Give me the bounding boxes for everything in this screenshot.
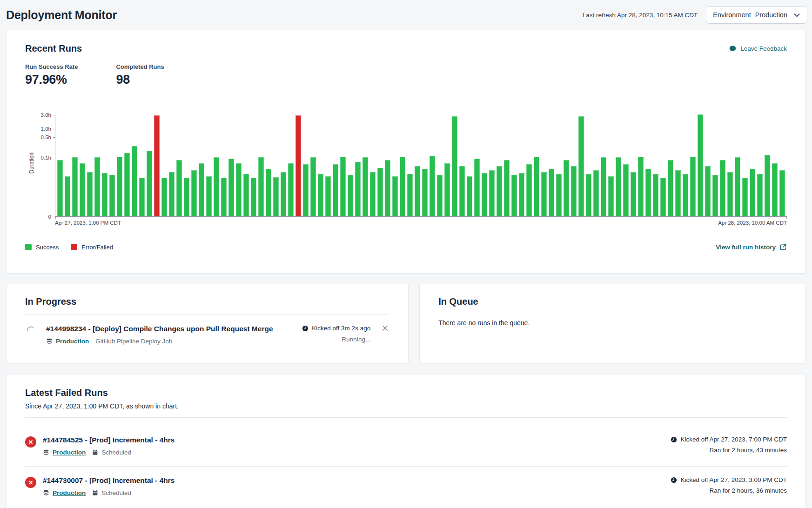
run-bar-success[interactable] — [608, 176, 614, 216]
run-bar-failed[interactable] — [295, 115, 301, 216]
run-bar-success[interactable] — [653, 174, 658, 216]
run-bar-success[interactable] — [564, 160, 569, 216]
run-bar-success[interactable] — [467, 176, 472, 216]
run-bar-success[interactable] — [132, 146, 137, 216]
run-bar-success[interactable] — [176, 160, 182, 216]
run-bar-success[interactable] — [80, 163, 85, 216]
run-bar-success[interactable] — [392, 176, 398, 216]
run-bar-success[interactable] — [750, 169, 755, 216]
run-bar-success[interactable] — [511, 175, 517, 216]
environment-link[interactable]: Production — [53, 489, 86, 496]
run-bar-success[interactable] — [452, 116, 457, 216]
run-bar-success[interactable] — [690, 157, 696, 216]
run-bar-success[interactable] — [638, 157, 644, 216]
run-bar-success[interactable] — [281, 172, 286, 216]
run-bar-success[interactable] — [631, 172, 636, 216]
run-bar-success[interactable] — [586, 174, 591, 216]
run-bar-success[interactable] — [117, 157, 122, 216]
run-bar-success[interactable] — [169, 172, 174, 216]
run-bar-success[interactable] — [623, 164, 629, 216]
run-bar-success[interactable] — [385, 160, 390, 216]
run-bar-success[interactable] — [720, 160, 725, 216]
run-bar-success[interactable] — [206, 176, 212, 216]
environment-link[interactable]: Production — [53, 449, 86, 456]
run-bar-success[interactable] — [199, 163, 204, 216]
run-bar-success[interactable] — [645, 169, 651, 216]
environment-dropdown[interactable]: Environment Production — [706, 6, 807, 24]
run-bar-success[interactable] — [526, 164, 532, 216]
run-bar-success[interactable] — [325, 176, 331, 216]
run-bar-success[interactable] — [675, 170, 681, 216]
run-bar-success[interactable] — [489, 170, 495, 216]
run-bar-success[interactable] — [415, 166, 420, 216]
run-bar-success[interactable] — [362, 157, 368, 216]
run-bar-success[interactable] — [303, 164, 309, 216]
run-bar-success[interactable] — [370, 172, 376, 216]
run-bar-success[interactable] — [191, 170, 197, 216]
run-bar-success[interactable] — [429, 156, 435, 216]
run-bar-success[interactable] — [444, 163, 450, 216]
run-bar-success[interactable] — [534, 157, 539, 216]
run-bar-success[interactable] — [318, 174, 323, 216]
run-bar-success[interactable] — [757, 174, 763, 216]
run-bar-success[interactable] — [124, 153, 130, 216]
run-bar-success[interactable] — [400, 157, 405, 216]
run-bar-success[interactable] — [422, 169, 428, 216]
run-bar-success[interactable] — [251, 178, 256, 216]
run-bar-success[interactable] — [258, 157, 264, 216]
run-bar-success[interactable] — [139, 178, 145, 216]
run-bar-success[interactable] — [779, 170, 785, 216]
run-bar-success[interactable] — [549, 169, 554, 216]
environment-link[interactable]: Production — [56, 338, 89, 345]
run-bar-success[interactable] — [214, 157, 219, 216]
run-bar-success[interactable] — [355, 162, 361, 216]
run-bar-success[interactable] — [504, 160, 510, 216]
run-bar-success[interactable] — [556, 174, 562, 216]
run-bar-success[interactable] — [288, 163, 294, 216]
run-bar-success[interactable] — [407, 174, 413, 216]
leave-feedback-link[interactable]: Leave Feedback — [729, 45, 787, 53]
run-bar-success[interactable] — [571, 166, 577, 216]
run-bar-success[interactable] — [519, 173, 524, 216]
close-icon[interactable] — [381, 325, 389, 332]
run-bar-success[interactable] — [147, 151, 152, 216]
run-bar-success[interactable] — [243, 174, 249, 216]
run-bar-success[interactable] — [87, 172, 93, 216]
run-bar-success[interactable] — [310, 157, 316, 216]
run-bar-success[interactable] — [273, 177, 279, 216]
run-bar-success[interactable] — [712, 175, 718, 216]
run-bar-success[interactable] — [727, 172, 733, 216]
run-bar-success[interactable] — [72, 157, 78, 216]
run-bar-success[interactable] — [683, 174, 688, 216]
run-bar-success[interactable] — [616, 157, 621, 216]
run-bar-success[interactable] — [184, 178, 189, 216]
run-bar-success[interactable] — [57, 160, 63, 216]
run-bar-success[interactable] — [333, 164, 338, 216]
run-bar-success[interactable] — [102, 173, 107, 216]
run-bar-success[interactable] — [161, 178, 167, 216]
view-full-run-history-link[interactable]: View full run history — [716, 243, 787, 251]
run-bar-success[interactable] — [772, 163, 778, 216]
run-bar-success[interactable] — [437, 175, 443, 216]
run-bar-success[interactable] — [497, 166, 502, 216]
run-bar-success[interactable] — [578, 116, 584, 216]
run-bar-success[interactable] — [266, 169, 271, 216]
run-bar-success[interactable] — [236, 163, 242, 216]
run-bar-success[interactable] — [377, 168, 383, 216]
run-bar-success[interactable] — [668, 160, 673, 216]
run-bar-success[interactable] — [65, 176, 70, 216]
run-bar-success[interactable] — [221, 178, 227, 216]
run-bar-success[interactable] — [705, 166, 711, 216]
run-bar-success[interactable] — [742, 178, 748, 216]
run-bar-success[interactable] — [593, 170, 599, 216]
run-bar-success[interactable] — [228, 159, 234, 216]
run-bar-success[interactable] — [735, 157, 740, 216]
run-bar-failed[interactable] — [154, 115, 160, 216]
run-bar-success[interactable] — [698, 114, 703, 216]
run-bar-success[interactable] — [765, 155, 770, 216]
run-bar-success[interactable] — [474, 159, 480, 216]
run-bar-success[interactable] — [459, 166, 465, 216]
run-bar-success[interactable] — [541, 172, 547, 216]
run-bar-success[interactable] — [482, 173, 487, 216]
run-bar-success[interactable] — [348, 175, 353, 216]
